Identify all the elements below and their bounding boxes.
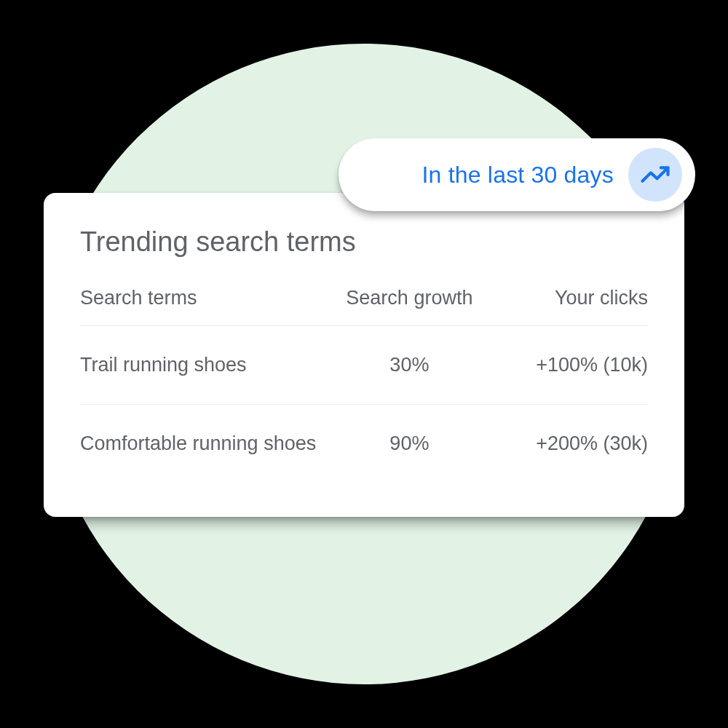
- col-header-search-terms: Search terms: [80, 287, 330, 326]
- cell-search-growth: 90%: [330, 405, 488, 483]
- col-header-search-growth: Search growth: [330, 287, 488, 326]
- cell-your-clicks: +200% (30k): [489, 405, 648, 483]
- cell-search-growth: 30%: [330, 326, 488, 405]
- table-row: Trail running shoes 30% +100% (10k): [80, 326, 648, 405]
- time-range-label: In the last 30 days: [422, 162, 614, 189]
- search-terms-table: Search terms Search growth Your clicks T…: [80, 287, 648, 483]
- time-range-chip[interactable]: In the last 30 days: [339, 138, 695, 211]
- trending-up-icon: [628, 148, 682, 202]
- cell-search-term: Trail running shoes: [80, 326, 330, 405]
- table-header-row: Search terms Search growth Your clicks: [80, 287, 648, 326]
- trending-search-terms-card: Trending search terms Search terms Searc…: [44, 193, 684, 517]
- cell-your-clicks: +100% (10k): [489, 326, 648, 405]
- table-row: Comfortable running shoes 90% +200% (30k…: [80, 405, 648, 483]
- card-title: Trending search terms: [80, 226, 648, 258]
- col-header-your-clicks: Your clicks: [489, 287, 648, 326]
- cell-search-term: Comfortable running shoes: [80, 405, 330, 483]
